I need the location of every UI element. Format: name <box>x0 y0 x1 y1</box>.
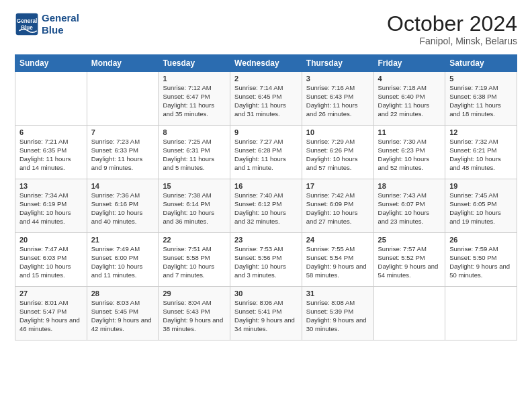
day-number: 6 <box>19 128 83 136</box>
calendar-cell: 31Sunrise: 8:08 AM Sunset: 5:39 PM Dayli… <box>302 287 373 340</box>
calendar-cell: 30Sunrise: 8:06 AM Sunset: 5:41 PM Dayli… <box>230 287 302 340</box>
calendar-cell: 29Sunrise: 8:04 AM Sunset: 5:43 PM Dayli… <box>159 287 230 340</box>
cell-content: Sunrise: 7:25 AM Sunset: 6:31 PM Dayligh… <box>163 138 226 172</box>
header-row: SundayMondayTuesdayWednesdayThursdayFrid… <box>15 55 517 72</box>
title-area: October 2024 Fanipol, Minsk, Belarus <box>387 12 517 46</box>
calendar-cell: 4Sunrise: 7:18 AM Sunset: 6:40 PM Daylig… <box>373 72 445 126</box>
cell-content: Sunrise: 7:16 AM Sunset: 6:43 PM Dayligh… <box>306 84 369 118</box>
month-title: October 2024 <box>387 12 517 36</box>
logo-text: General Blue <box>42 12 79 36</box>
generalblue-logo-icon: General Blue <box>15 12 39 36</box>
day-number: 9 <box>234 128 298 136</box>
logo-line1: General <box>42 12 79 24</box>
calendar-cell: 18Sunrise: 7:43 AM Sunset: 6:07 PM Dayli… <box>373 179 445 233</box>
calendar-cell: 23Sunrise: 7:53 AM Sunset: 5:56 PM Dayli… <box>230 233 302 287</box>
calendar-cell: 22Sunrise: 7:51 AM Sunset: 5:58 PM Dayli… <box>159 233 230 287</box>
day-number: 28 <box>91 289 154 298</box>
calendar-cell: 12Sunrise: 7:32 AM Sunset: 6:21 PM Dayli… <box>445 126 517 179</box>
cell-content: Sunrise: 7:19 AM Sunset: 6:38 PM Dayligh… <box>449 84 513 118</box>
calendar-cell: 14Sunrise: 7:36 AM Sunset: 6:16 PM Dayli… <box>87 179 159 233</box>
cell-content: Sunrise: 7:49 AM Sunset: 6:00 PM Dayligh… <box>91 245 154 279</box>
calendar-cell: 16Sunrise: 7:40 AM Sunset: 6:12 PM Dayli… <box>230 179 302 233</box>
calendar-cell <box>445 287 517 340</box>
day-number: 20 <box>19 236 83 244</box>
cell-content: Sunrise: 7:27 AM Sunset: 6:28 PM Dayligh… <box>234 138 298 172</box>
day-number: 16 <box>234 182 298 190</box>
day-number: 18 <box>378 182 441 190</box>
cell-content: Sunrise: 8:06 AM Sunset: 5:41 PM Dayligh… <box>234 299 298 333</box>
cell-content: Sunrise: 8:01 AM Sunset: 5:47 PM Dayligh… <box>19 299 83 333</box>
page: General Blue General Blue October 2024 F… <box>0 0 532 411</box>
calendar-cell: 8Sunrise: 7:25 AM Sunset: 6:31 PM Daylig… <box>159 126 230 179</box>
day-number: 14 <box>91 182 154 190</box>
day-number: 10 <box>306 128 369 136</box>
cell-content: Sunrise: 7:43 AM Sunset: 6:07 PM Dayligh… <box>378 191 441 226</box>
day-number: 31 <box>306 289 369 298</box>
cell-content: Sunrise: 7:18 AM Sunset: 6:40 PM Dayligh… <box>378 84 441 118</box>
week-row-4: 20Sunrise: 7:47 AM Sunset: 6:03 PM Dayli… <box>15 233 517 287</box>
day-number: 15 <box>163 182 226 190</box>
week-row-1: 1Sunrise: 7:12 AM Sunset: 6:47 PM Daylig… <box>15 72 517 126</box>
calendar-cell: 17Sunrise: 7:42 AM Sunset: 6:09 PM Dayli… <box>302 179 373 233</box>
col-header-monday: Monday <box>87 55 159 72</box>
week-row-3: 13Sunrise: 7:34 AM Sunset: 6:19 PM Dayli… <box>15 179 517 233</box>
cell-content: Sunrise: 7:34 AM Sunset: 6:19 PM Dayligh… <box>19 191 83 226</box>
calendar-cell: 25Sunrise: 7:57 AM Sunset: 5:52 PM Dayli… <box>373 233 445 287</box>
week-row-5: 27Sunrise: 8:01 AM Sunset: 5:47 PM Dayli… <box>15 287 517 340</box>
calendar-cell: 27Sunrise: 8:01 AM Sunset: 5:47 PM Dayli… <box>15 287 87 340</box>
cell-content: Sunrise: 8:08 AM Sunset: 5:39 PM Dayligh… <box>306 299 369 333</box>
day-number: 22 <box>163 236 226 244</box>
cell-content: Sunrise: 7:12 AM Sunset: 6:47 PM Dayligh… <box>163 84 226 118</box>
col-header-thursday: Thursday <box>302 55 373 72</box>
calendar-cell: 21Sunrise: 7:49 AM Sunset: 6:00 PM Dayli… <box>87 233 159 287</box>
day-number: 29 <box>163 289 226 298</box>
day-number: 5 <box>449 75 513 83</box>
calendar-cell: 1Sunrise: 7:12 AM Sunset: 6:47 PM Daylig… <box>159 72 230 126</box>
calendar-cell: 9Sunrise: 7:27 AM Sunset: 6:28 PM Daylig… <box>230 126 302 179</box>
cell-content: Sunrise: 7:14 AM Sunset: 6:45 PM Dayligh… <box>234 84 298 118</box>
day-number: 4 <box>378 75 441 83</box>
cell-content: Sunrise: 7:45 AM Sunset: 6:05 PM Dayligh… <box>449 191 513 226</box>
calendar-cell <box>15 72 87 126</box>
day-number: 3 <box>306 75 369 83</box>
cell-content: Sunrise: 7:29 AM Sunset: 6:26 PM Dayligh… <box>306 138 369 172</box>
day-number: 30 <box>234 289 298 298</box>
cell-content: Sunrise: 7:36 AM Sunset: 6:16 PM Dayligh… <box>91 191 154 226</box>
cell-content: Sunrise: 7:21 AM Sunset: 6:35 PM Dayligh… <box>19 138 83 172</box>
day-number: 24 <box>306 236 369 244</box>
day-number: 23 <box>234 236 298 244</box>
calendar-cell: 2Sunrise: 7:14 AM Sunset: 6:45 PM Daylig… <box>230 72 302 126</box>
calendar-cell: 11Sunrise: 7:30 AM Sunset: 6:23 PM Dayli… <box>373 126 445 179</box>
col-header-sunday: Sunday <box>15 55 87 72</box>
day-number: 13 <box>19 182 83 190</box>
logo-line2: Blue <box>42 24 79 36</box>
day-number: 2 <box>234 75 298 83</box>
calendar-cell <box>373 287 445 340</box>
calendar-table: SundayMondayTuesdayWednesdayThursdayFrid… <box>15 54 517 340</box>
calendar-cell: 6Sunrise: 7:21 AM Sunset: 6:35 PM Daylig… <box>15 126 87 179</box>
day-number: 11 <box>378 128 441 136</box>
calendar-cell: 28Sunrise: 8:03 AM Sunset: 5:45 PM Dayli… <box>87 287 159 340</box>
cell-content: Sunrise: 8:03 AM Sunset: 5:45 PM Dayligh… <box>91 299 154 333</box>
cell-content: Sunrise: 7:23 AM Sunset: 6:33 PM Dayligh… <box>91 138 154 172</box>
cell-content: Sunrise: 7:32 AM Sunset: 6:21 PM Dayligh… <box>449 138 513 172</box>
calendar-cell: 5Sunrise: 7:19 AM Sunset: 6:38 PM Daylig… <box>445 72 517 126</box>
col-header-wednesday: Wednesday <box>230 55 302 72</box>
calendar-cell: 19Sunrise: 7:45 AM Sunset: 6:05 PM Dayli… <box>445 179 517 233</box>
day-number: 19 <box>449 182 513 190</box>
day-number: 1 <box>163 75 226 83</box>
col-header-friday: Friday <box>373 55 445 72</box>
calendar-cell: 20Sunrise: 7:47 AM Sunset: 6:03 PM Dayli… <box>15 233 87 287</box>
day-number: 26 <box>449 236 513 244</box>
cell-content: Sunrise: 7:47 AM Sunset: 6:03 PM Dayligh… <box>19 245 83 279</box>
col-header-saturday: Saturday <box>445 55 517 72</box>
cell-content: Sunrise: 7:59 AM Sunset: 5:50 PM Dayligh… <box>449 245 513 279</box>
calendar-cell: 24Sunrise: 7:55 AM Sunset: 5:54 PM Dayli… <box>302 233 373 287</box>
col-header-tuesday: Tuesday <box>159 55 230 72</box>
calendar-cell: 7Sunrise: 7:23 AM Sunset: 6:33 PM Daylig… <box>87 126 159 179</box>
calendar-cell: 10Sunrise: 7:29 AM Sunset: 6:26 PM Dayli… <box>302 126 373 179</box>
calendar-cell <box>87 72 159 126</box>
cell-content: Sunrise: 7:30 AM Sunset: 6:23 PM Dayligh… <box>378 138 441 172</box>
cell-content: Sunrise: 7:51 AM Sunset: 5:58 PM Dayligh… <box>163 245 226 279</box>
day-number: 8 <box>163 128 226 136</box>
